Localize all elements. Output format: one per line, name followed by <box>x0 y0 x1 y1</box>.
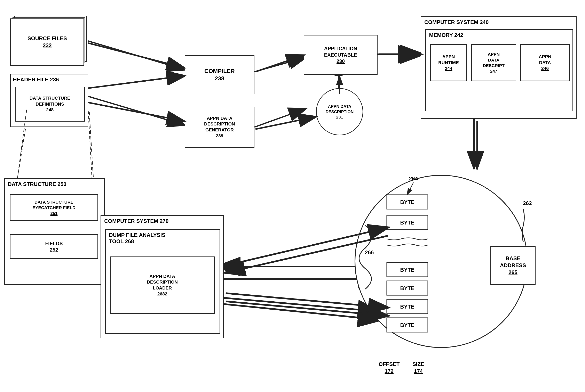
source-files-num: 232 <box>43 42 52 49</box>
svg-text:264: 264 <box>409 176 418 182</box>
svg-line-39 <box>88 102 184 121</box>
appn-data-desc-gen-label: APPN DATA DESCRIPTION GENERATOR <box>204 116 235 133</box>
data-structure-def-box: DATA STRUCTURE DEFINITIONS 248 <box>15 87 85 122</box>
appn-data-descript-box: APPNDATADESCRIPT 247 <box>471 44 516 81</box>
memory-242-box: MEMORY 242 APPNRUNTIME 244 APPNDATADESCR… <box>425 29 573 111</box>
computer-system-270-label: COMPUTER SYSTEM 270 <box>104 218 169 224</box>
app-executable-label: APPLICATION EXECUTABLE <box>324 45 357 58</box>
header-file-label: HEADER FILE 236 <box>13 76 59 83</box>
svg-text:BYTE: BYTE <box>400 267 414 273</box>
data-structure-250-label: DATA STRUCTURE 250 <box>8 181 67 188</box>
svg-line-4 <box>88 96 185 125</box>
source-files-box: SOURCE FILES 232 <box>10 18 84 66</box>
svg-line-6 <box>254 109 306 127</box>
compiler-num: 238 <box>215 75 224 82</box>
appn-data-desc-circle: APPN DATADESCRIPTION 231 <box>316 88 363 135</box>
app-executable-box: APPLICATION EXECUTABLE 230 <box>304 35 378 75</box>
svg-text:BYTE: BYTE <box>400 304 414 310</box>
fields-box: FIELDS 252 <box>10 234 98 259</box>
computer-system-270-box: COMPUTER SYSTEM 270 DUMP FILE ANALYSISTO… <box>101 215 224 338</box>
appn-data-desc-loader-box: APPN DATA DESCRIPTION LOADER 2682 <box>110 256 215 314</box>
computer-system-240-box: COMPUTER SYSTEM 240 MEMORY 242 APPNRUNTI… <box>421 16 576 119</box>
svg-text:BYTE: BYTE <box>400 220 414 226</box>
offset-label: OFFSET 172 <box>379 361 400 375</box>
dump-file-analysis-box: DUMP FILE ANALYSISTOOL 268 APPN DATA DES… <box>105 229 220 334</box>
app-executable-num: 230 <box>337 58 345 64</box>
appn-data-246-box: APPNDATA 246 <box>520 44 569 81</box>
svg-line-40 <box>255 55 303 72</box>
compiler-label: COMPILER <box>204 68 235 75</box>
svg-text:262: 262 <box>523 200 532 206</box>
appn-data-desc-gen-box: APPN DATA DESCRIPTION GENERATOR 239 <box>185 106 254 148</box>
appn-data-desc-gen-num: 239 <box>216 133 223 139</box>
header-file-outer: HEADER FILE 236 DATA STRUCTURE DEFINITIO… <box>10 74 88 127</box>
svg-line-38 <box>88 76 184 88</box>
compiler-box: COMPILER 238 <box>185 55 254 94</box>
svg-line-3 <box>88 76 185 88</box>
svg-line-41 <box>255 117 316 129</box>
dump-file-label: DUMP FILE ANALYSISTOOL 268 <box>109 232 165 244</box>
appn-data-desc-circle-label: APPN DATADESCRIPTION <box>326 104 354 114</box>
svg-text:266: 266 <box>365 249 374 256</box>
base-address-box: BASEADDRESS 265 <box>490 246 535 285</box>
memory-242-label: MEMORY 242 <box>429 32 463 38</box>
svg-line-5 <box>254 58 306 72</box>
data-structure-250-box: DATA STRUCTURE 250 DATA STRUCTUREEYECATC… <box>4 178 105 285</box>
svg-text:BYTE: BYTE <box>400 285 414 291</box>
svg-text:BYTE: BYTE <box>400 322 414 328</box>
size-label: SIZE 174 <box>412 361 424 375</box>
source-files-label: SOURCE FILES <box>28 35 67 42</box>
svg-line-12 <box>88 111 92 184</box>
eyecatcher-field-box: DATA STRUCTUREEYECATCHER FIELD 251 <box>10 194 98 221</box>
svg-line-37 <box>88 43 184 68</box>
svg-text:BYTE: BYTE <box>400 199 414 205</box>
appn-data-desc-circle-num: 231 <box>326 114 354 120</box>
svg-line-2 <box>88 41 185 70</box>
computer-system-240-label: COMPUTER SYSTEM 240 <box>424 19 489 26</box>
svg-line-46 <box>89 112 93 178</box>
diagram: SOURCE FILES 232 HEADER FILE 236 DATA ST… <box>0 0 585 392</box>
appn-runtime-box: APPNRUNTIME 244 <box>430 44 467 81</box>
